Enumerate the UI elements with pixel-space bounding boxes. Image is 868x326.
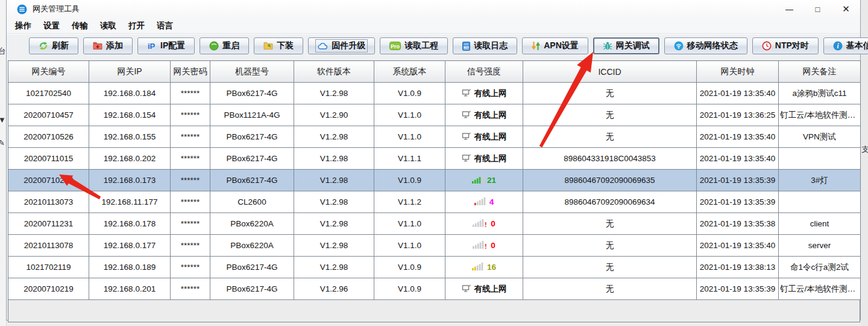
table-row[interactable]: 20200710457192.168.0.154******PBox1121A-…	[8, 104, 861, 126]
cell-model: PBox6217-4G	[210, 83, 294, 104]
download-button[interactable]: 下装	[254, 37, 303, 54]
col-header-gateway-id[interactable]: 网关编号	[8, 61, 89, 83]
col-header-software-version[interactable]: 软件版本	[294, 61, 374, 83]
menu-open[interactable]: 打开	[122, 19, 151, 33]
table-row[interactable]: 20200710526192.168.0.155******PBox6217-4…	[8, 126, 861, 148]
signal-value: 21	[487, 176, 496, 185]
svg-text:!: !	[485, 242, 487, 249]
menu-read[interactable]: 读取	[94, 19, 122, 33]
menu-transfer[interactable]: 传输	[66, 19, 94, 33]
apn-settings-button[interactable]: APN设置	[522, 37, 588, 54]
svg-text:Pro: Pro	[391, 43, 400, 50]
cell-gateway-id: 1021702119	[8, 257, 89, 278]
toolbar-button-label: 读取日志	[474, 40, 508, 51]
cell-model: PBox6217-4G	[210, 257, 294, 278]
cell-model: CL2600	[210, 191, 294, 213]
wired-monitor-icon	[462, 89, 471, 98]
cell-clock: 2021-01-19 13:35:39	[697, 170, 779, 191]
wired-monitor-icon	[462, 284, 471, 294]
wired-network-label: 有线上网	[474, 88, 507, 99]
wired-network-label: 有线上网	[474, 132, 507, 142]
cell-model: PBox6217-4G	[210, 278, 294, 300]
info-icon: i	[833, 41, 843, 51]
cell-remark: 钉工云/本地软件测试勿...	[779, 278, 861, 300]
table-row[interactable]: 20200711231192.168.0.178******PBox6220AV…	[8, 213, 861, 235]
add-button[interactable]: 添加	[83, 37, 133, 54]
log-doc-icon: LOG	[462, 42, 470, 51]
restart-icon	[209, 41, 219, 51]
toolbar-button-label: APN设置	[544, 40, 579, 51]
cell-signal: !0	[445, 213, 523, 235]
cell-remark	[779, 148, 861, 170]
restart-button[interactable]: 重启	[200, 37, 249, 54]
cell-gateway-id: 20200710223	[8, 170, 89, 191]
menu-settings[interactable]: 设置	[37, 19, 66, 33]
cell-software-version: V1.2.98	[294, 126, 374, 148]
cell-iccid: 89860467092090069635	[523, 170, 697, 191]
col-header-clock[interactable]: 网关时钟	[697, 61, 779, 83]
cell-signal: 16	[445, 257, 523, 278]
signal-bars-icon: !	[473, 219, 488, 229]
read-log-button[interactable]: LOG读取日志	[453, 37, 517, 54]
cell-gateway-ip: 192.168.0.184	[89, 83, 171, 104]
cell-password: ******	[171, 235, 210, 257]
cell-password: ******	[171, 104, 210, 126]
col-header-remark[interactable]: 网关备注	[779, 61, 861, 83]
col-header-model[interactable]: 机器型号	[210, 61, 294, 83]
signal-bars-icon	[474, 197, 486, 207]
table-row[interactable]: 20200710223192.168.0.173******PBox6217-4…	[8, 170, 861, 191]
background-glyph: 支	[861, 145, 868, 153]
cell-gateway-ip: 192.168.0.202	[89, 148, 171, 170]
table-empty-area	[8, 300, 860, 322]
cell-iccid: 89860467092090069634	[523, 191, 697, 213]
updown-arrows-icon	[532, 41, 540, 51]
cell-system-version: V1.1.0	[374, 126, 445, 148]
col-header-iccid[interactable]: ICCID	[523, 61, 697, 83]
table-row[interactable]: 20200711015192.168.0.202******PBox6217-4…	[8, 148, 861, 170]
svg-text:iP: iP	[148, 42, 156, 51]
cell-gateway-id: 20200711231	[8, 213, 89, 235]
col-header-password[interactable]: 网关密码	[171, 61, 210, 83]
col-header-gateway-ip[interactable]: 网关IP	[89, 61, 171, 83]
table-row[interactable]: 20210113073192.168.11.177******CL2600V1.…	[8, 191, 861, 213]
ntp-sync-button[interactable]: NTP对时	[752, 37, 819, 54]
table-row[interactable]: 20200710219192.168.0.201******PBox6217-4…	[8, 278, 861, 300]
cell-gateway-id: 20200710457	[8, 104, 89, 126]
cell-model: PBox1121A-4G	[210, 104, 294, 126]
menu-language[interactable]: 语言	[151, 19, 179, 33]
maximize-button[interactable]: □	[804, 0, 832, 18]
col-header-signal[interactable]: 信号强度	[445, 61, 523, 83]
read-project-button[interactable]: Pro读取工程	[380, 37, 448, 54]
minimize-button[interactable]: —	[775, 0, 804, 18]
basic-info-button[interactable]: i基本信息	[823, 37, 868, 54]
table-row[interactable]: 1021702119192.168.0.189******PBox6217-4G…	[8, 257, 861, 278]
col-header-system-version[interactable]: 系统版本	[374, 61, 445, 83]
gateway-debug-button[interactable]: 网关调试	[593, 37, 659, 54]
titlebar: 网关管理工具 — □ ✕	[7, 0, 860, 18]
menu-operation[interactable]: 操作	[9, 19, 37, 33]
cell-gateway-ip: 192.168.0.154	[89, 104, 171, 126]
wired-monitor-icon	[462, 154, 471, 164]
toolbar: 刷新添加iPIP配置重启下装固件升级Pro读取工程LOG读取日志APN设置网关调…	[7, 34, 860, 59]
cell-password: ******	[171, 213, 210, 235]
cell-iccid: 无	[523, 213, 697, 235]
cell-gateway-id: 20200710526	[8, 126, 89, 148]
cell-gateway-ip: 192.168.0.178	[89, 213, 171, 235]
cell-remark: client	[779, 213, 861, 235]
cell-model: PBox6217-4G	[210, 126, 294, 148]
cell-password: ******	[171, 170, 210, 191]
close-button[interactable]: ✕	[832, 0, 860, 18]
cell-model: PBox6220A	[210, 235, 294, 257]
cell-clock: 2021-01-19 13:35:38	[697, 213, 779, 235]
cell-iccid: 无	[523, 235, 697, 257]
cell-gateway-id: 20210113073	[8, 191, 89, 213]
signal-bars-icon	[472, 176, 484, 185]
refresh-button[interactable]: 刷新	[29, 37, 78, 54]
table-row[interactable]: 1021702540192.168.0.184******PBox6217-4G…	[8, 83, 861, 104]
signal-bars-icon	[472, 263, 484, 272]
table-row[interactable]: 20210113078192.168.0.177******PBox6220AV…	[8, 235, 861, 257]
firmware-upgrade-button[interactable]: 固件升级	[308, 37, 375, 54]
ip-config-button[interactable]: iPIP配置	[137, 37, 195, 54]
mobile-network-status-button[interactable]: 移动网络状态	[664, 37, 747, 54]
cell-gateway-ip: 192.168.0.189	[89, 257, 171, 278]
